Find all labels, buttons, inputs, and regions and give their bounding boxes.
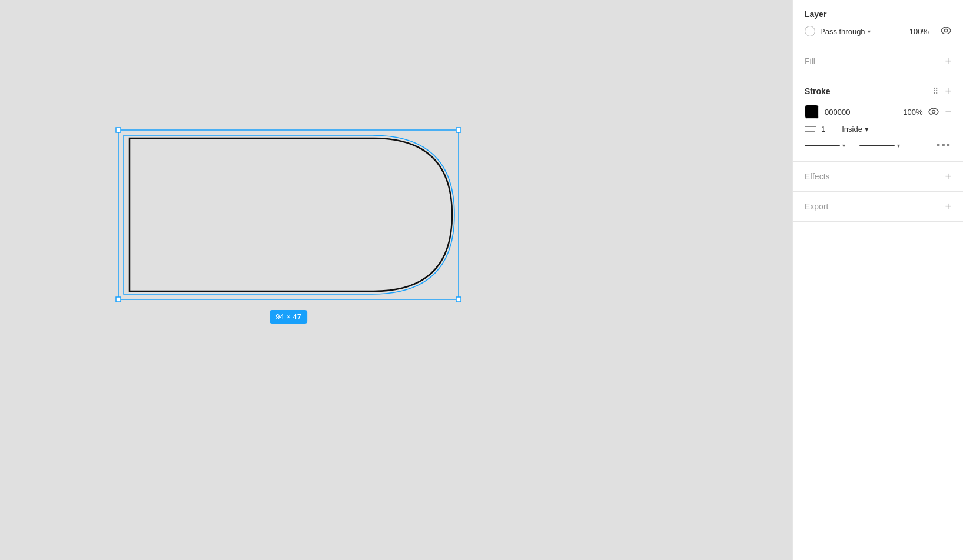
export-label: Export — [805, 202, 828, 211]
effects-section: Effects + — [793, 162, 963, 192]
effects-label: Effects — [805, 172, 830, 181]
stroke-cap-button[interactable]: ▾ — [805, 142, 845, 149]
canvas: 94 × 47 — [0, 0, 792, 560]
right-panel: Layer Pass through ▾ 100% Fill + Stroke — [792, 0, 963, 560]
stroke-color-swatch[interactable] — [805, 105, 819, 119]
stroke-visibility-icon[interactable] — [928, 107, 939, 117]
stroke-header-icons: ⠿ + — [932, 86, 951, 96]
fill-label: Fill — [805, 56, 815, 66]
svg-point-6 — [932, 110, 935, 113]
blend-mode-button[interactable]: Pass through ▾ — [820, 27, 871, 36]
shape-svg — [118, 129, 459, 300]
fill-add-button[interactable]: + — [945, 56, 951, 66]
dimension-badge: 94 × 47 — [270, 310, 307, 324]
export-section: Export + — [793, 192, 963, 222]
stroke-weight-icon — [805, 126, 816, 132]
stroke-section: Stroke ⠿ + 000000 100% − — [793, 76, 963, 162]
layer-title: Layer — [805, 9, 951, 19]
stroke-align-label: Inside — [842, 125, 862, 134]
layer-opacity: 100% — [909, 27, 929, 36]
stroke-weight-value: 1 — [821, 125, 825, 134]
stroke-opacity: 100% — [903, 108, 922, 116]
stroke-cap-chevron: ▾ — [842, 142, 845, 149]
svg-rect-2 — [456, 128, 461, 132]
stroke-join-preview — [859, 145, 895, 146]
fill-section: Fill + — [793, 46, 963, 76]
blend-mode-chevron: ▾ — [868, 28, 871, 35]
shape-container: 94 × 47 — [118, 129, 459, 302]
stroke-dots-icon[interactable]: ⠿ — [932, 86, 939, 96]
svg-point-5 — [945, 29, 948, 32]
stroke-options-row: 1 Inside ▾ — [805, 125, 951, 134]
stroke-more-button[interactable]: ••• — [937, 139, 951, 152]
stroke-more-dots: ••• — [937, 139, 951, 151]
export-add-button[interactable]: + — [945, 201, 951, 212]
svg-rect-4 — [456, 297, 461, 302]
layer-row: Pass through ▾ 100% — [805, 26, 951, 36]
effects-add-button[interactable]: + — [945, 171, 951, 182]
stroke-style-row: ▾ ▾ ••• — [805, 139, 951, 152]
stroke-cap-preview — [805, 145, 840, 146]
stroke-add-button[interactable]: + — [945, 86, 951, 96]
stroke-title: Stroke — [805, 86, 831, 96]
svg-rect-3 — [116, 297, 121, 302]
blend-mode-label: Pass through — [820, 27, 865, 36]
layer-visibility-icon[interactable] — [941, 26, 951, 36]
svg-rect-0 — [118, 130, 459, 299]
stroke-align-button[interactable]: Inside ▾ — [842, 125, 869, 134]
stroke-join-button[interactable]: ▾ — [859, 142, 900, 149]
stroke-color-row: 000000 100% − — [805, 105, 951, 119]
stroke-color-hex: 000000 — [825, 108, 897, 116]
stroke-remove-button[interactable]: − — [945, 106, 951, 118]
stroke-join-chevron: ▾ — [897, 142, 900, 149]
stroke-header: Stroke ⠿ + — [805, 86, 951, 96]
blend-icon — [805, 26, 815, 36]
stroke-align-chevron: ▾ — [865, 125, 869, 134]
layer-section: Layer Pass through ▾ 100% — [793, 0, 963, 46]
svg-rect-1 — [116, 128, 121, 132]
